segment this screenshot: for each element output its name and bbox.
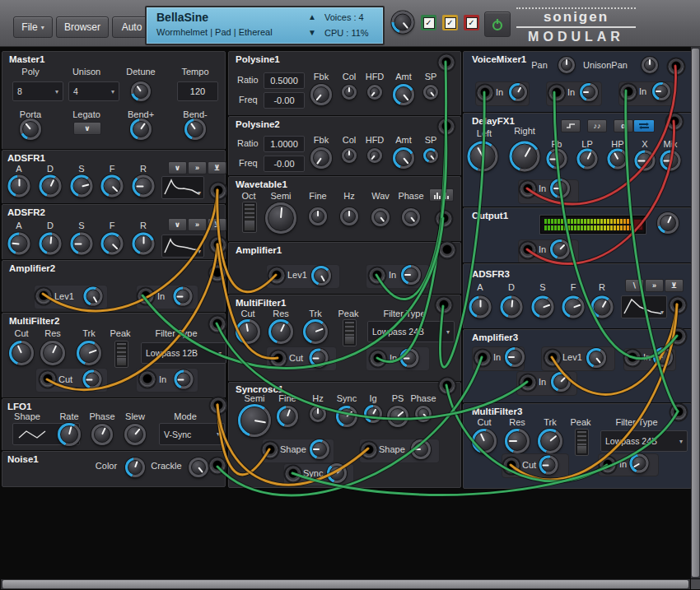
patch-display[interactable]: BellaSine Wormhelmet | Pad | Ethereal ▲ … bbox=[145, 6, 385, 45]
tempo-field[interactable]: 120 bbox=[177, 81, 218, 101]
col-knob[interactable] bbox=[342, 148, 357, 163]
shape1-knob[interactable] bbox=[310, 439, 329, 459]
checkbox-green[interactable]: ✓ bbox=[421, 15, 436, 30]
trk-knob[interactable] bbox=[77, 341, 101, 365]
in-knob[interactable] bbox=[550, 179, 570, 198]
cut-mod-knob[interactable] bbox=[310, 349, 329, 368]
amplifier1-lev1-port[interactable] bbox=[269, 268, 285, 284]
peak-slider[interactable] bbox=[575, 429, 589, 456]
decay-knob[interactable] bbox=[501, 296, 523, 318]
filter-type-select[interactable]: Lowpass 12B▾ bbox=[141, 342, 226, 364]
release-knob[interactable] bbox=[133, 175, 155, 197]
voicemixer1-output-port[interactable] bbox=[669, 59, 684, 75]
fade-knob[interactable] bbox=[101, 233, 124, 255]
env-retrig-button[interactable]: ⊻ bbox=[665, 279, 684, 292]
rate-knob[interactable] bbox=[58, 423, 81, 446]
amplifier1-in-port[interactable] bbox=[370, 268, 385, 284]
env-retrig-button[interactable]: ⊻ bbox=[208, 161, 226, 174]
hz-knob[interactable] bbox=[340, 207, 358, 225]
syncrosc1-output-port[interactable] bbox=[440, 379, 455, 394]
ratio-field[interactable]: 1.0000 bbox=[264, 136, 305, 152]
poly-select[interactable]: 8▾ bbox=[12, 81, 63, 101]
bend-plus-knob[interactable] bbox=[130, 118, 152, 140]
envelope-display[interactable]: ▾ bbox=[161, 235, 204, 258]
delayfx1-in-port[interactable] bbox=[520, 182, 536, 197]
res-knob[interactable] bbox=[505, 429, 530, 453]
hz-knob[interactable] bbox=[310, 406, 326, 422]
envelope-display[interactable]: ▾ bbox=[161, 176, 204, 199]
amplifier3-in1-port[interactable] bbox=[475, 351, 491, 366]
amplifier3-output-port[interactable] bbox=[670, 329, 686, 345]
amplifier2-output-port[interactable] bbox=[210, 266, 226, 281]
lfo1-output-port[interactable] bbox=[211, 398, 226, 414]
adsfr2-output-port[interactable] bbox=[211, 238, 226, 253]
horizontal-scrollbar-thumb[interactable] bbox=[2, 580, 688, 588]
checkbox-yellow[interactable]: ✓ bbox=[442, 15, 458, 30]
multifilter1-output-port[interactable] bbox=[436, 298, 452, 314]
vertical-scrollbar[interactable] bbox=[691, 47, 700, 578]
pan-knob[interactable] bbox=[558, 57, 575, 73]
peak-slider[interactable] bbox=[343, 319, 357, 346]
ps-knob[interactable] bbox=[387, 406, 408, 427]
color-knob[interactable] bbox=[125, 458, 145, 477]
amt-knob[interactable] bbox=[393, 84, 414, 105]
unison-select[interactable]: 4▾ bbox=[68, 81, 119, 101]
phase-knob[interactable] bbox=[415, 406, 432, 422]
left-knob[interactable] bbox=[468, 142, 498, 172]
res-knob[interactable] bbox=[268, 319, 293, 344]
col-knob[interactable] bbox=[342, 85, 357, 100]
fade-knob[interactable] bbox=[562, 296, 585, 318]
browser-button[interactable]: Browser bbox=[56, 16, 109, 38]
in-knob[interactable] bbox=[174, 287, 193, 306]
attack-knob[interactable] bbox=[8, 175, 30, 197]
multifilter1-in-port[interactable] bbox=[371, 351, 386, 367]
fbk-knob[interactable] bbox=[310, 84, 332, 105]
multifilter2-output-port[interactable] bbox=[210, 317, 226, 332]
env-curve-button[interactable]: ∨ bbox=[168, 218, 187, 231]
amt-knob[interactable] bbox=[393, 147, 414, 169]
sustain-knob[interactable] bbox=[532, 296, 554, 318]
polysine2-output-port[interactable] bbox=[439, 119, 455, 135]
wav-knob[interactable] bbox=[371, 208, 390, 226]
delay-tempo-sync-button[interactable]: ♪♪ bbox=[587, 119, 607, 132]
lev1-knob[interactable] bbox=[586, 348, 606, 368]
in3-knob[interactable] bbox=[652, 82, 670, 100]
env-loop-button[interactable]: » bbox=[645, 279, 664, 292]
phase-knob[interactable] bbox=[91, 424, 113, 445]
attack-knob[interactable] bbox=[8, 233, 30, 255]
env-loop-button[interactable]: » bbox=[188, 218, 207, 231]
in-knob[interactable] bbox=[400, 349, 419, 368]
file-menu-button[interactable]: File ▾ bbox=[13, 16, 53, 38]
freq-field[interactable]: -0.00 bbox=[264, 92, 305, 109]
release-knob[interactable] bbox=[591, 296, 614, 318]
cut-knob[interactable] bbox=[472, 429, 497, 453]
detune-knob[interactable] bbox=[131, 81, 151, 101]
noise1-output-port[interactable] bbox=[210, 458, 226, 474]
filter-type-select[interactable]: Lowpass 24B▾ bbox=[367, 321, 455, 342]
amplifier2-in-port[interactable] bbox=[138, 289, 154, 304]
monitor-power-button[interactable] bbox=[484, 12, 511, 37]
amplifier1-output-port[interactable] bbox=[440, 243, 455, 258]
in1-knob[interactable] bbox=[505, 347, 525, 367]
voicemixer1-in2-port[interactable] bbox=[549, 86, 565, 101]
trk-knob[interactable] bbox=[303, 319, 328, 344]
hfd-knob[interactable] bbox=[367, 85, 382, 100]
env-retrig-button[interactable]: ⊻ bbox=[208, 218, 226, 231]
adsfr3-output-port[interactable] bbox=[670, 298, 686, 314]
peak-slider[interactable] bbox=[114, 341, 128, 368]
master-volume-knob[interactable] bbox=[392, 12, 414, 34]
delay-freeze-button[interactable]: α bbox=[614, 119, 633, 132]
release-knob[interactable] bbox=[133, 233, 155, 255]
fade-knob[interactable] bbox=[101, 175, 124, 197]
freq-field[interactable]: -0.00 bbox=[264, 156, 305, 172]
env-curve-button[interactable]: ∖ bbox=[625, 279, 644, 292]
shape2-knob[interactable] bbox=[411, 439, 431, 459]
delay-pingpong-button[interactable] bbox=[633, 119, 655, 132]
sp-knob[interactable] bbox=[423, 85, 438, 100]
in-knob[interactable] bbox=[550, 239, 570, 259]
x-knob[interactable] bbox=[635, 151, 656, 171]
hp-knob[interactable] bbox=[608, 149, 628, 170]
lp-knob[interactable] bbox=[577, 149, 598, 170]
lev1-knob[interactable] bbox=[311, 266, 331, 286]
sustain-knob[interactable] bbox=[71, 233, 93, 255]
